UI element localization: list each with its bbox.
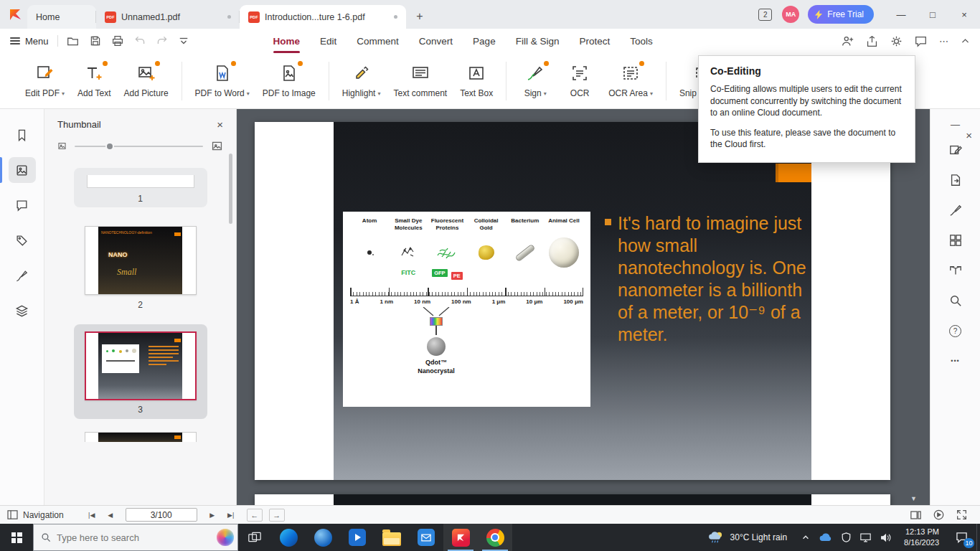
pdf-to-image-button[interactable]: PDF to Image <box>256 60 322 102</box>
sign-button[interactable]: Sign▾ <box>513 60 557 102</box>
new-tab-button[interactable]: + <box>410 7 429 26</box>
ribbon-tab-protect[interactable]: Protect <box>579 29 610 53</box>
search-icon[interactable] <box>945 293 966 309</box>
task-view-button[interactable] <box>238 524 271 551</box>
thumbnail-page-3-selected[interactable]: 3 <box>74 324 207 419</box>
tab-menu-dot-icon[interactable] <box>394 15 397 19</box>
ribbon-tab-fill-sign[interactable]: Fill & Sign <box>516 29 560 53</box>
undo-icon[interactable] <box>134 35 146 47</box>
first-page-button[interactable]: |◀ <box>83 512 101 519</box>
redo-icon[interactable] <box>156 35 168 47</box>
thumbnail-scrollbar[interactable] <box>229 154 232 224</box>
taskbar-app-edge[interactable] <box>271 524 306 551</box>
taskbar-search[interactable] <box>33 524 238 551</box>
save-icon[interactable] <box>90 35 101 47</box>
highlight-button[interactable]: Highlight▾ <box>336 60 387 102</box>
print-icon[interactable] <box>112 35 123 47</box>
window-count-indicator[interactable]: 2 <box>758 9 772 21</box>
open-file-icon[interactable] <box>67 35 79 47</box>
layers-panel-button[interactable] <box>9 298 36 324</box>
page-number-input[interactable] <box>126 508 197 522</box>
taskbar-search-input[interactable] <box>57 532 230 543</box>
taskbar-weather[interactable]: 30°C Light rain <box>699 524 796 551</box>
ribbon-tab-comment[interactable]: Comment <box>357 29 399 53</box>
minimize-button[interactable]: — <box>885 0 917 29</box>
thumbnail-page-4-partial[interactable] <box>85 432 197 442</box>
taskbar-app-mail[interactable] <box>409 524 443 551</box>
ocr-area-button[interactable]: OCR Area▾ <box>602 60 659 102</box>
zoom-out-thumbnail-icon[interactable] <box>57 141 67 151</box>
fullscreen-icon[interactable] <box>956 509 967 520</box>
ocr-button[interactable]: OCR <box>557 60 602 102</box>
tab-menu-dot-icon[interactable] <box>227 15 231 19</box>
more-tools-icon[interactable]: ••• <box>945 353 966 369</box>
ribbon-tab-tools[interactable]: Tools <box>630 29 653 53</box>
bookmarks-panel-button[interactable] <box>9 122 36 148</box>
show-desktop-button[interactable] <box>976 524 980 551</box>
add-text-button[interactable]: Add Text <box>71 60 117 102</box>
tab-home[interactable]: Home <box>27 5 96 29</box>
ribbon-tab-home[interactable]: Home <box>273 29 301 53</box>
free-trial-button[interactable]: Free Trial <box>808 5 874 24</box>
next-page-button[interactable]: ▶ <box>203 512 222 519</box>
last-page-button[interactable]: ▶| <box>222 512 240 519</box>
tray-chevron-up-icon[interactable] <box>801 533 810 542</box>
taskbar-app-file-explorer[interactable] <box>374 524 409 551</box>
taskbar-app-chrome[interactable] <box>478 524 512 551</box>
collapse-strip-icon[interactable]: — <box>951 121 960 128</box>
settings-gear-icon[interactable] <box>890 35 903 47</box>
start-button[interactable] <box>0 524 33 551</box>
taskbar-app-media[interactable] <box>340 524 374 551</box>
menu-button[interactable]: Menu <box>10 36 49 47</box>
taskbar-app-foxit[interactable] <box>443 524 478 551</box>
zoom-in-thumbnail-icon[interactable] <box>211 140 223 152</box>
previous-view-button[interactable]: ← <box>247 509 263 522</box>
display-icon[interactable] <box>860 533 871 542</box>
tab-document-1[interactable]: PDF Unnamed1.pdf <box>96 5 240 29</box>
ribbon-tab-page[interactable]: Page <box>473 29 496 53</box>
fill-sign-icon[interactable] <box>945 202 966 218</box>
document-canvas[interactable]: Atom Small Dye Molecules Fluorescent Pro… <box>237 109 930 505</box>
page-layout-icon[interactable] <box>910 510 921 520</box>
navigation-toggle-icon[interactable] <box>7 510 18 519</box>
thumbnails-panel-button[interactable] <box>9 157 36 183</box>
maximize-button[interactable]: □ <box>917 0 948 29</box>
volume-icon[interactable] <box>880 533 891 542</box>
security-shield-icon[interactable] <box>842 532 851 542</box>
pdf-to-word-button[interactable]: PDF to Word▾ <box>189 60 256 102</box>
comments-panel-button[interactable] <box>9 192 36 218</box>
previous-page-button[interactable]: ◀ <box>101 512 120 519</box>
thumbnail-page-2[interactable]: NANOTECHNOLOGY-definition NANO Small 2 <box>85 226 197 310</box>
ribbon-tab-edit[interactable]: Edit <box>320 29 336 53</box>
edit-pdf-button[interactable]: Edit PDF▾ <box>19 60 71 102</box>
taskbar-app-browser[interactable] <box>306 524 340 551</box>
scroll-down-icon[interactable]: ▼ <box>910 495 917 502</box>
feedback-icon[interactable] <box>915 35 927 47</box>
edit-tools-icon[interactable] <box>945 142 966 158</box>
thumbnail-page-1[interactable]: 1 <box>74 168 207 207</box>
share-user-icon[interactable] <box>842 35 854 47</box>
add-picture-button[interactable]: Add Picture <box>118 60 175 102</box>
organize-pages-icon[interactable] <box>945 232 966 248</box>
ribbon-tab-convert[interactable]: Convert <box>419 29 453 53</box>
presentation-mode-icon[interactable] <box>933 509 944 520</box>
next-view-button[interactable]: → <box>269 509 285 522</box>
more-options-icon[interactable]: ⋯ <box>939 36 948 47</box>
thumbnail-zoom-knob[interactable] <box>105 142 114 151</box>
attachments-panel-button[interactable] <box>9 227 36 253</box>
export-document-icon[interactable] <box>945 172 966 188</box>
signatures-panel-button[interactable] <box>9 263 36 288</box>
text-comment-button[interactable]: Text comment <box>387 60 453 102</box>
action-center-button[interactable]: 10 <box>946 524 976 551</box>
customize-quick-access-icon[interactable] <box>179 36 189 46</box>
search-highlight-icon[interactable] <box>217 529 234 546</box>
user-avatar[interactable]: MA <box>782 6 799 23</box>
taskbar-clock[interactable]: 12:13 PM 8/16/2023 <box>897 524 946 551</box>
close-thumbnail-panel-icon[interactable]: × <box>217 118 223 131</box>
close-strip-icon[interactable]: × <box>966 129 972 141</box>
text-box-button[interactable]: Text Box <box>453 60 499 102</box>
tab-document-2-active[interactable]: PDF Introduction...ture 1-6.pdf <box>240 5 406 29</box>
close-button[interactable]: × <box>948 0 980 29</box>
share-export-icon[interactable] <box>866 35 878 47</box>
read-aloud-icon[interactable] <box>945 263 966 278</box>
